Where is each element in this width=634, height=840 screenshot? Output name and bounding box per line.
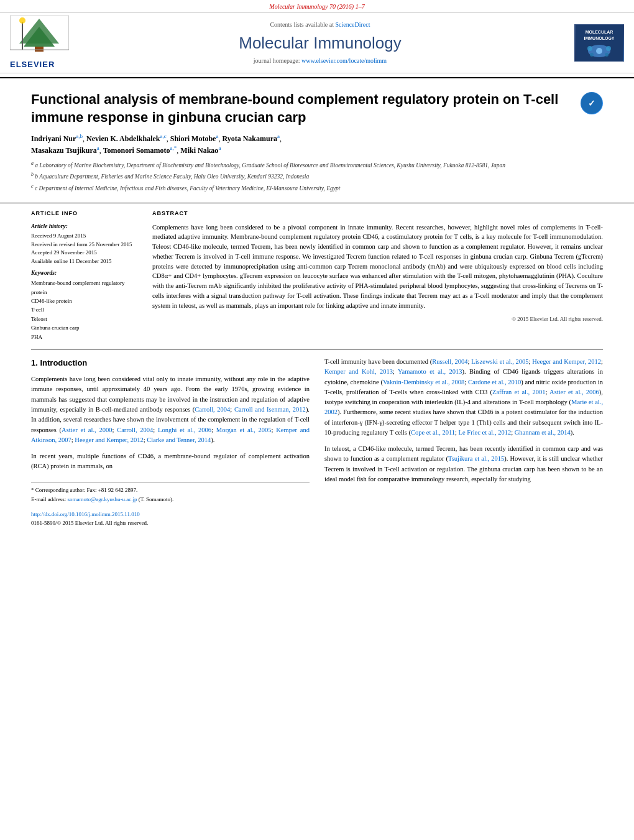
ref-ghannam2014[interactable]: Ghannam et al., 2014 [515, 429, 571, 436]
footnote-email: E-mail address: somamoto@agr.kyushu-u.ac… [31, 496, 310, 504]
author-masakazu: Masakazu Tsujikura [31, 146, 97, 155]
abstract-text: Complements have long been considered to… [152, 223, 603, 311]
issn-text: 0161-5890/© 2015 Elsevier Ltd. All right… [31, 519, 310, 528]
ref-astier2000[interactable]: Astier et al., 2000 [62, 427, 112, 433]
ref-zaffran2001[interactable]: Zaffran et al., 2001 [492, 389, 545, 395]
ref-vaknin2008[interactable]: Vaknin-Dembinsky et al., 2008 [383, 379, 464, 385]
authors-line: Indriyani Nura,b, Nevien K. Abdelkhaleka… [31, 132, 603, 156]
page-header: Molecular Immunology 70 (2016) 1–7 ELSEV… [0, 0, 634, 78]
ref-cardone2010[interactable]: Cardone et al., 2010 [468, 379, 521, 385]
left-column: 1. Introduction Complements have long be… [31, 357, 310, 527]
main-content: 1. Introduction Complements have long be… [0, 357, 634, 527]
ref-marie2002[interactable]: Marie et al., 2002 [324, 399, 603, 415]
date-accepted: Accepted 29 November 2015 [31, 249, 140, 257]
ref-russell2004[interactable]: Russell, 2004 [432, 358, 467, 365]
doi-area: http://dx.doi.org/10.1016/j.molimm.2015.… [31, 510, 310, 528]
svg-point-13 [606, 46, 611, 51]
intro-paragraph-1: Complements have long been considered vi… [31, 374, 310, 445]
affiliation-b: b b Aquaculture Department, Fisheries an… [31, 171, 603, 181]
ref-astier2006[interactable]: Astier et al., 2006 [549, 389, 599, 395]
article-title-section: Functional analysis of membrane-bound co… [0, 81, 634, 203]
journal-masthead: ELSEVIER Contents lists available at Sci… [0, 12, 634, 73]
ref-clarke2014[interactable]: Clarke and Tenner, 2014 [147, 436, 211, 443]
sciencedirect-link[interactable]: ScienceDirect [335, 21, 370, 28]
date-revised: Received in revised form 25 November 201… [31, 241, 140, 249]
elsevier-logo: ELSEVIER [10, 16, 72, 70]
author-ryota: Ryota Nakamura [222, 134, 277, 143]
svg-point-5 [19, 17, 25, 24]
affiliations-block: a a Laboratory of Marine Biochemistry, D… [31, 160, 603, 193]
ref-carroll2012[interactable]: Carroll and Isenman, 2012 [234, 406, 306, 413]
ref-cope2011[interactable]: Cope et al., 2011 [411, 429, 455, 436]
keywords-label: Keywords: [31, 269, 140, 277]
author-nevien: Nevien K. Abdelkhalek [86, 134, 160, 143]
keyword-6: PHA [31, 333, 140, 341]
article-info-title: ARTICLE INFO [31, 210, 140, 218]
journal-center-info: Contents lists available at ScienceDirec… [72, 21, 568, 65]
email-link[interactable]: somamoto@agr.kyushu-u.ac.jp [67, 496, 137, 502]
ref-tsujikura2015[interactable]: Tsujikura et al., 2015 [448, 455, 504, 462]
right-paragraph-1: T-cell immunity have been documented (Ru… [324, 357, 603, 438]
ref-kemper2013[interactable]: Kemper and Kohl, 2013 [324, 368, 393, 375]
homepage-text: journal homepage: www.elsevier.com/locat… [72, 57, 568, 65]
info-abstract-columns: ARTICLE INFO Article history: Received 9… [31, 203, 603, 341]
article-title: Functional analysis of membrane-bound co… [31, 91, 603, 126]
svg-text:MOLECULAR: MOLECULAR [585, 30, 613, 34]
right-column: T-cell immunity have been documented (Ru… [324, 357, 603, 527]
footnote-corresponding: * Corresponding author. Fax: +81 92 642 … [31, 486, 310, 495]
keyword-5: Ginbuna crucian carp [31, 323, 140, 332]
svg-text:✓: ✓ [588, 98, 595, 108]
article-history-label: Article history: [31, 223, 140, 231]
journal-reference: Molecular Immunology 70 (2016) 1–7 [0, 0, 634, 12]
svg-point-15 [605, 53, 609, 57]
contents-available-text: Contents lists available at ScienceDirec… [72, 21, 568, 29]
author-tomonori: Tomonori Somamoto [103, 146, 170, 155]
abstract-title: ABSTRACT [152, 210, 603, 218]
ref-lefriec2012[interactable]: Le Friec et al., 2012 [459, 429, 512, 436]
ref-yamamoto2013[interactable]: Yamamoto et al., 2013 [398, 368, 462, 375]
ref-longhi2006[interactable]: Longhi et al., 2006 [158, 427, 211, 433]
svg-point-14 [590, 53, 594, 57]
author-indriyani: Indriyani Nur [31, 134, 76, 143]
copyright-text: © 2015 Elsevier Ltd. All rights reserved… [152, 315, 603, 323]
intro-paragraph-2: In recent years, multiple functions of C… [31, 451, 310, 472]
journal-title-text: Molecular Immunology [72, 32, 568, 54]
journal-logo-right: MOLECULAR IMMUNOLOGY [568, 24, 624, 62]
article-body: ARTICLE INFO Article history: Received 9… [0, 203, 634, 341]
keyword-3: T-cell [31, 305, 140, 314]
homepage-link[interactable]: www.elsevier.com/locate/molimm [301, 57, 387, 64]
elsevier-name-text: ELSEVIER [10, 59, 72, 70]
molecular-immunology-logo: MOLECULAR IMMUNOLOGY [574, 24, 624, 62]
right-paragraph-2: In teleost, a CD46-like molecule, termed… [324, 444, 603, 484]
svg-point-12 [587, 46, 592, 51]
date-received: Received 9 August 2015 [31, 232, 140, 241]
ref-carroll2004b[interactable]: Carroll, 2004 [117, 427, 153, 433]
svg-rect-3 [35, 47, 44, 52]
keyword-2: CD46-like protein [31, 297, 140, 305]
doi-link[interactable]: http://dx.doi.org/10.1016/j.molimm.2015.… [31, 510, 310, 519]
crossmark-badge[interactable]: ✓ [581, 92, 603, 114]
section-divider [31, 349, 603, 349]
keyword-1: Membrane-bound complement regulatory pro… [31, 279, 140, 297]
date-available: Available online 11 December 2015 [31, 257, 140, 266]
footnote-area: * Corresponding author. Fax: +81 92 642 … [31, 482, 310, 504]
ref-heeger2012b[interactable]: Heeger and Kemper, 2012 [532, 358, 601, 365]
ref-heeger2012[interactable]: Heeger and Kemper, 2012 [75, 436, 143, 443]
intro-heading: 1. Introduction [31, 357, 310, 369]
crossmark-icon: ✓ [581, 92, 603, 114]
ref-liszewski2005[interactable]: Liszewski et al., 2005 [471, 358, 528, 365]
author-miki: Miki Nakao [180, 146, 218, 155]
article-dates: Received 9 August 2015 Received in revis… [31, 232, 140, 265]
ref-carroll2004[interactable]: Carroll, 2004 [195, 406, 230, 413]
affiliation-c: c c Department of Internal Medicine, Inf… [31, 183, 603, 193]
abstract-column: ABSTRACT Complements have long been cons… [152, 210, 603, 341]
keyword-4: Teleost [31, 315, 140, 323]
article-info-column: ARTICLE INFO Article history: Received 9… [31, 210, 140, 341]
affiliation-a: a a Laboratory of Marine Biochemistry, D… [31, 160, 603, 170]
svg-point-11 [596, 48, 602, 54]
ref-morgan2005[interactable]: Morgan et al., 2005 [216, 427, 272, 433]
author-shiori: Shiori Motobe [170, 134, 216, 143]
svg-text:IMMUNOLOGY: IMMUNOLOGY [584, 36, 614, 40]
keywords-list: Membrane-bound complement regulatory pro… [31, 279, 140, 341]
